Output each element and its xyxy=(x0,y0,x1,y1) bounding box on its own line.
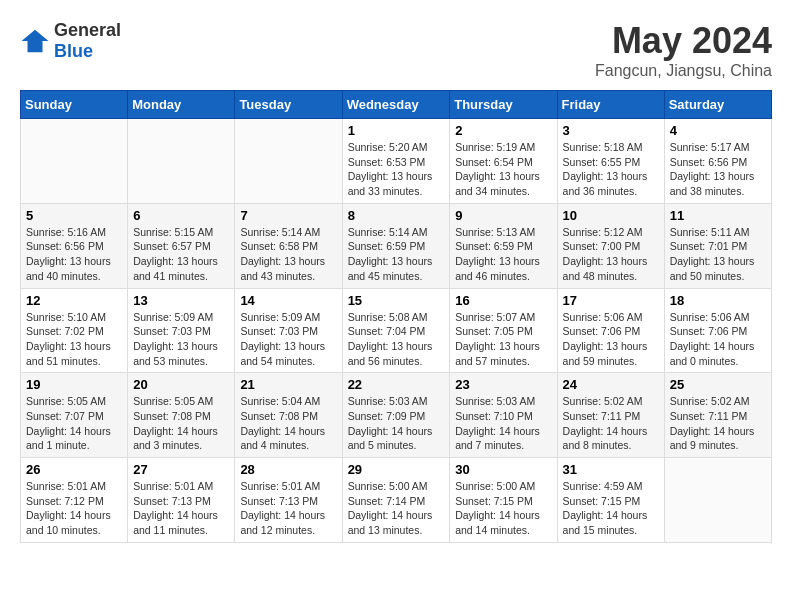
day-number: 13 xyxy=(133,293,229,308)
day-info: Sunrise: 5:20 AMSunset: 6:53 PMDaylight:… xyxy=(348,140,445,199)
calendar-day-cell: 17Sunrise: 5:06 AMSunset: 7:06 PMDayligh… xyxy=(557,288,664,373)
day-info: Sunrise: 5:17 AMSunset: 6:56 PMDaylight:… xyxy=(670,140,766,199)
day-number: 18 xyxy=(670,293,766,308)
day-info: Sunrise: 5:12 AMSunset: 7:00 PMDaylight:… xyxy=(563,225,659,284)
calendar-day-cell: 9Sunrise: 5:13 AMSunset: 6:59 PMDaylight… xyxy=(450,203,557,288)
calendar-day-cell: 22Sunrise: 5:03 AMSunset: 7:09 PMDayligh… xyxy=(342,373,450,458)
day-info: Sunrise: 5:06 AMSunset: 7:06 PMDaylight:… xyxy=(563,310,659,369)
calendar-day-cell: 23Sunrise: 5:03 AMSunset: 7:10 PMDayligh… xyxy=(450,373,557,458)
location: Fangcun, Jiangsu, China xyxy=(595,62,772,80)
weekday-header: Saturday xyxy=(664,91,771,119)
calendar-day-cell: 26Sunrise: 5:01 AMSunset: 7:12 PMDayligh… xyxy=(21,458,128,543)
weekday-header: Monday xyxy=(128,91,235,119)
day-info: Sunrise: 5:01 AMSunset: 7:12 PMDaylight:… xyxy=(26,479,122,538)
logo-general: General xyxy=(54,20,121,41)
calendar-day-cell: 5Sunrise: 5:16 AMSunset: 6:56 PMDaylight… xyxy=(21,203,128,288)
calendar-day-cell: 13Sunrise: 5:09 AMSunset: 7:03 PMDayligh… xyxy=(128,288,235,373)
day-info: Sunrise: 5:00 AMSunset: 7:14 PMDaylight:… xyxy=(348,479,445,538)
calendar-day-cell: 4Sunrise: 5:17 AMSunset: 6:56 PMDaylight… xyxy=(664,119,771,204)
day-number: 15 xyxy=(348,293,445,308)
day-info: Sunrise: 5:15 AMSunset: 6:57 PMDaylight:… xyxy=(133,225,229,284)
day-number: 1 xyxy=(348,123,445,138)
day-info: Sunrise: 5:02 AMSunset: 7:11 PMDaylight:… xyxy=(670,394,766,453)
day-info: Sunrise: 5:18 AMSunset: 6:55 PMDaylight:… xyxy=(563,140,659,199)
weekday-header: Sunday xyxy=(21,91,128,119)
day-info: Sunrise: 5:16 AMSunset: 6:56 PMDaylight:… xyxy=(26,225,122,284)
calendar-day-cell: 25Sunrise: 5:02 AMSunset: 7:11 PMDayligh… xyxy=(664,373,771,458)
day-number: 25 xyxy=(670,377,766,392)
day-number: 8 xyxy=(348,208,445,223)
day-number: 29 xyxy=(348,462,445,477)
day-info: Sunrise: 5:05 AMSunset: 7:08 PMDaylight:… xyxy=(133,394,229,453)
calendar-day-cell: 14Sunrise: 5:09 AMSunset: 7:03 PMDayligh… xyxy=(235,288,342,373)
day-number: 11 xyxy=(670,208,766,223)
calendar-day-cell: 16Sunrise: 5:07 AMSunset: 7:05 PMDayligh… xyxy=(450,288,557,373)
day-info: Sunrise: 5:09 AMSunset: 7:03 PMDaylight:… xyxy=(240,310,336,369)
day-number: 30 xyxy=(455,462,551,477)
weekday-header: Tuesday xyxy=(235,91,342,119)
calendar-day-cell: 29Sunrise: 5:00 AMSunset: 7:14 PMDayligh… xyxy=(342,458,450,543)
calendar-day-cell xyxy=(664,458,771,543)
day-number: 3 xyxy=(563,123,659,138)
day-info: Sunrise: 5:19 AMSunset: 6:54 PMDaylight:… xyxy=(455,140,551,199)
day-info: Sunrise: 5:14 AMSunset: 6:59 PMDaylight:… xyxy=(348,225,445,284)
calendar-day-cell: 24Sunrise: 5:02 AMSunset: 7:11 PMDayligh… xyxy=(557,373,664,458)
calendar-day-cell: 10Sunrise: 5:12 AMSunset: 7:00 PMDayligh… xyxy=(557,203,664,288)
calendar-week-row: 12Sunrise: 5:10 AMSunset: 7:02 PMDayligh… xyxy=(21,288,772,373)
day-info: Sunrise: 5:01 AMSunset: 7:13 PMDaylight:… xyxy=(240,479,336,538)
day-info: Sunrise: 5:01 AMSunset: 7:13 PMDaylight:… xyxy=(133,479,229,538)
calendar-day-cell xyxy=(21,119,128,204)
day-number: 21 xyxy=(240,377,336,392)
calendar-week-row: 26Sunrise: 5:01 AMSunset: 7:12 PMDayligh… xyxy=(21,458,772,543)
calendar-day-cell: 31Sunrise: 4:59 AMSunset: 7:15 PMDayligh… xyxy=(557,458,664,543)
day-number: 19 xyxy=(26,377,122,392)
day-number: 2 xyxy=(455,123,551,138)
calendar-day-cell: 11Sunrise: 5:11 AMSunset: 7:01 PMDayligh… xyxy=(664,203,771,288)
day-info: Sunrise: 5:09 AMSunset: 7:03 PMDaylight:… xyxy=(133,310,229,369)
day-number: 16 xyxy=(455,293,551,308)
logo-text: General Blue xyxy=(54,20,121,62)
calendar-day-cell: 28Sunrise: 5:01 AMSunset: 7:13 PMDayligh… xyxy=(235,458,342,543)
day-number: 4 xyxy=(670,123,766,138)
calendar-day-cell: 2Sunrise: 5:19 AMSunset: 6:54 PMDaylight… xyxy=(450,119,557,204)
day-number: 14 xyxy=(240,293,336,308)
logo-blue: Blue xyxy=(54,41,121,62)
day-number: 6 xyxy=(133,208,229,223)
day-number: 24 xyxy=(563,377,659,392)
day-number: 27 xyxy=(133,462,229,477)
weekday-header: Thursday xyxy=(450,91,557,119)
day-info: Sunrise: 5:13 AMSunset: 6:59 PMDaylight:… xyxy=(455,225,551,284)
day-info: Sunrise: 5:04 AMSunset: 7:08 PMDaylight:… xyxy=(240,394,336,453)
day-number: 26 xyxy=(26,462,122,477)
day-number: 22 xyxy=(348,377,445,392)
day-info: Sunrise: 5:14 AMSunset: 6:58 PMDaylight:… xyxy=(240,225,336,284)
page-header: General Blue May 2024 Fangcun, Jiangsu, … xyxy=(20,20,772,80)
day-number: 12 xyxy=(26,293,122,308)
calendar-day-cell: 7Sunrise: 5:14 AMSunset: 6:58 PMDaylight… xyxy=(235,203,342,288)
svg-marker-0 xyxy=(22,30,49,53)
calendar-week-row: 5Sunrise: 5:16 AMSunset: 6:56 PMDaylight… xyxy=(21,203,772,288)
day-info: Sunrise: 5:05 AMSunset: 7:07 PMDaylight:… xyxy=(26,394,122,453)
day-number: 5 xyxy=(26,208,122,223)
weekday-header: Wednesday xyxy=(342,91,450,119)
calendar-day-cell: 15Sunrise: 5:08 AMSunset: 7:04 PMDayligh… xyxy=(342,288,450,373)
day-info: Sunrise: 5:06 AMSunset: 7:06 PMDaylight:… xyxy=(670,310,766,369)
day-info: Sunrise: 5:11 AMSunset: 7:01 PMDaylight:… xyxy=(670,225,766,284)
day-number: 23 xyxy=(455,377,551,392)
day-info: Sunrise: 4:59 AMSunset: 7:15 PMDaylight:… xyxy=(563,479,659,538)
day-info: Sunrise: 5:03 AMSunset: 7:09 PMDaylight:… xyxy=(348,394,445,453)
day-info: Sunrise: 5:00 AMSunset: 7:15 PMDaylight:… xyxy=(455,479,551,538)
day-number: 17 xyxy=(563,293,659,308)
calendar-day-cell: 27Sunrise: 5:01 AMSunset: 7:13 PMDayligh… xyxy=(128,458,235,543)
calendar-day-cell: 6Sunrise: 5:15 AMSunset: 6:57 PMDaylight… xyxy=(128,203,235,288)
calendar-day-cell: 21Sunrise: 5:04 AMSunset: 7:08 PMDayligh… xyxy=(235,373,342,458)
day-number: 9 xyxy=(455,208,551,223)
day-number: 31 xyxy=(563,462,659,477)
calendar-day-cell: 1Sunrise: 5:20 AMSunset: 6:53 PMDaylight… xyxy=(342,119,450,204)
calendar-day-cell: 8Sunrise: 5:14 AMSunset: 6:59 PMDaylight… xyxy=(342,203,450,288)
calendar-day-cell: 30Sunrise: 5:00 AMSunset: 7:15 PMDayligh… xyxy=(450,458,557,543)
calendar-day-cell: 3Sunrise: 5:18 AMSunset: 6:55 PMDaylight… xyxy=(557,119,664,204)
calendar-day-cell xyxy=(128,119,235,204)
calendar-week-row: 1Sunrise: 5:20 AMSunset: 6:53 PMDaylight… xyxy=(21,119,772,204)
calendar-day-cell: 12Sunrise: 5:10 AMSunset: 7:02 PMDayligh… xyxy=(21,288,128,373)
